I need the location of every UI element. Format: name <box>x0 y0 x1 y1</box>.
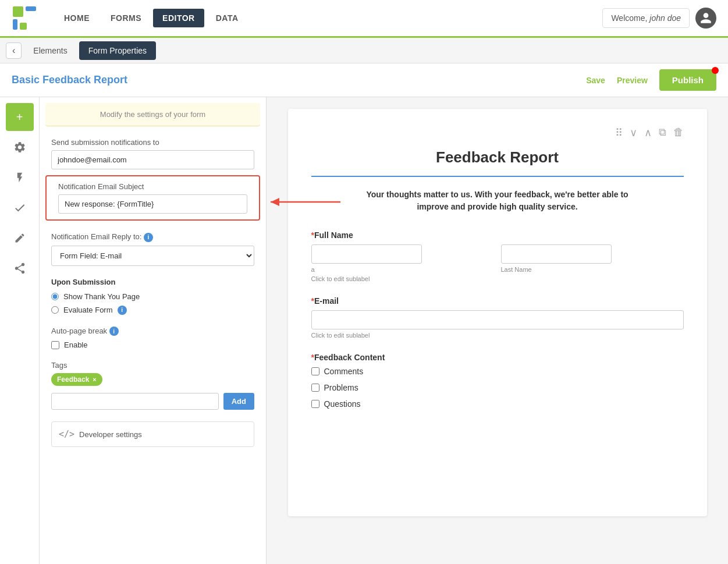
panel-hint: Modify the settings of your form <box>45 103 260 126</box>
sidebar-icons: + <box>0 97 40 564</box>
first-name-sublabel: a <box>311 266 494 273</box>
reply-to-section: Notification Email Reply to: i Form Fiel… <box>40 226 266 272</box>
top-nav: HOME FORMS EDITOR DATA Welcome, john doe <box>0 0 728 38</box>
sidebar-add-icon[interactable]: + <box>6 103 34 131</box>
tags-section: Tags Feedback × Add <box>40 355 266 416</box>
email-sublabel[interactable]: Click to edit sublabel <box>311 332 684 339</box>
radio-thankyou[interactable]: Show Thank You Page <box>51 292 254 301</box>
auto-page-checkbox[interactable]: Enable <box>51 340 254 349</box>
notification-subject-label: Notification Email Subject <box>58 182 247 191</box>
checkbox-questions[interactable]: Questions <box>311 399 684 409</box>
notification-email-input[interactable] <box>51 150 254 169</box>
dev-settings[interactable]: </> Developer settings <box>51 421 254 447</box>
last-name-input[interactable] <box>501 244 612 264</box>
save-button[interactable]: Save <box>586 76 605 85</box>
sidebar-edit-icon[interactable] <box>6 224 34 252</box>
notification-label: Send submission notifications to <box>51 138 254 147</box>
add-tag-button[interactable]: Add <box>223 393 254 410</box>
nav-links: HOME FORMS EDITOR DATA <box>55 9 248 27</box>
toolbar: Basic Feedback Report Save Preview Publi… <box>0 63 728 97</box>
full-name-sublabel[interactable]: Click to edit sublabel <box>311 275 684 282</box>
tag-input-row: Add <box>51 393 254 410</box>
nav-data[interactable]: DATA <box>207 9 248 27</box>
chevron-down-icon[interactable]: ∨ <box>630 126 637 139</box>
checkbox-comments-label: Comments <box>324 367 364 376</box>
evaluate-info-icon[interactable]: i <box>118 306 127 315</box>
name-inputs: a Last Name <box>311 244 684 273</box>
welcome-area: Welcome, john doe <box>602 8 716 29</box>
publish-dot <box>712 67 719 74</box>
tag-remove-icon[interactable]: × <box>93 376 96 383</box>
first-name-input[interactable] <box>311 244 422 264</box>
right-panel: ⠿ ∨ ∧ ⧉ 🗑 Feedback Report Your thoughts … <box>267 97 728 564</box>
form-description: Your thoughts matter to us. With your fe… <box>311 189 684 213</box>
reply-to-select[interactable]: Form Field: E-mail None <box>51 246 254 266</box>
form-divider <box>311 176 684 177</box>
main-layout: + Modify the settings of your form Send … <box>0 97 728 564</box>
grid-icon[interactable]: ⠿ <box>615 126 623 139</box>
sidebar-check-icon[interactable] <box>6 194 34 222</box>
dev-settings-label: Developer settings <box>79 430 142 439</box>
welcome-text: Welcome, <box>611 13 649 23</box>
toolbar-actions: Save Preview Publish <box>586 69 716 91</box>
auto-page-checkbox-label: Enable <box>64 340 87 349</box>
dev-settings-icon: </> <box>59 429 74 439</box>
notification-section: Send submission notifications to <box>40 132 266 175</box>
email-input[interactable] <box>311 310 684 329</box>
checkbox-problems-label: Problems <box>324 383 358 392</box>
email-label: *E-mail <box>311 296 684 306</box>
sidebar-gear-icon[interactable] <box>6 133 34 161</box>
tag-feedback: Feedback × <box>51 373 102 386</box>
chevron-up-icon[interactable]: ∧ <box>644 126 652 139</box>
copy-icon[interactable]: ⧉ <box>659 126 666 139</box>
auto-page-checkbox-input[interactable] <box>51 341 59 349</box>
tag-input[interactable] <box>51 393 219 410</box>
tab-form-properties[interactable]: Form Properties <box>79 41 156 60</box>
form-title: Basic Feedback Report <box>12 74 127 86</box>
field-feedback-content: *Feedback Content Comments Problems Ques… <box>311 353 684 409</box>
svg-rect-1 <box>26 6 36 11</box>
welcome-user: john doe <box>649 13 681 23</box>
nav-forms[interactable]: FORMS <box>101 9 151 27</box>
auto-page-section: Auto-page break i Enable <box>40 321 266 356</box>
sidebar-share-icon[interactable] <box>6 254 34 282</box>
form-preview: ⠿ ∨ ∧ ⧉ 🗑 Feedback Report Your thoughts … <box>288 109 707 516</box>
preview-button[interactable]: Preview <box>617 76 648 85</box>
publish-button[interactable]: Publish <box>659 69 716 91</box>
checkbox-questions-input[interactable] <box>311 400 319 408</box>
tab-elements[interactable]: Elements <box>24 41 76 60</box>
checkbox-problems-input[interactable] <box>311 384 319 392</box>
auto-page-label: Auto-page break i <box>51 327 254 336</box>
back-button[interactable]: ‹ <box>6 42 22 59</box>
nav-editor[interactable]: EDITOR <box>153 9 204 27</box>
radio-evaluate[interactable]: Evaluate Form i <box>51 306 254 315</box>
field-email: *E-mail Click to edit sublabel <box>311 296 684 339</box>
svg-rect-0 <box>13 6 23 17</box>
first-name-wrapper: a <box>311 244 494 273</box>
tags-label: Tags <box>51 361 254 370</box>
checkbox-comments-input[interactable] <box>311 367 319 375</box>
auto-page-info-icon[interactable]: i <box>109 327 119 336</box>
welcome-box: Welcome, john doe <box>602 8 690 28</box>
nav-home[interactable]: HOME <box>55 9 99 27</box>
delete-icon[interactable]: 🗑 <box>673 126 684 139</box>
svg-marker-5 <box>271 198 279 206</box>
form-preview-title: Feedback Report <box>311 148 684 166</box>
sidebar-lightning-icon[interactable] <box>6 164 34 191</box>
checkbox-problems[interactable]: Problems <box>311 383 684 392</box>
reply-to-info-icon[interactable]: i <box>144 233 153 242</box>
svg-rect-3 <box>20 23 27 30</box>
checkbox-questions-label: Questions <box>324 399 361 409</box>
tag-label: Feedback <box>57 375 89 384</box>
upon-submission-section: Upon Submission Show Thank You Page Eval… <box>40 272 266 321</box>
feedback-content-label: *Feedback Content <box>311 353 684 362</box>
checkbox-comments[interactable]: Comments <box>311 367 684 376</box>
svg-rect-2 <box>13 19 17 30</box>
user-avatar[interactable] <box>695 8 716 29</box>
logo <box>12 5 37 31</box>
field-full-name: *Full Name a Last Name Click to edit sub… <box>311 230 684 282</box>
notification-subject-input[interactable] <box>58 194 247 214</box>
last-name-sublabel: Last Name <box>501 266 684 273</box>
radio-evaluate-label: Evaluate Form <box>63 306 113 314</box>
radio-thankyou-label: Show Thank You Page <box>63 292 140 301</box>
